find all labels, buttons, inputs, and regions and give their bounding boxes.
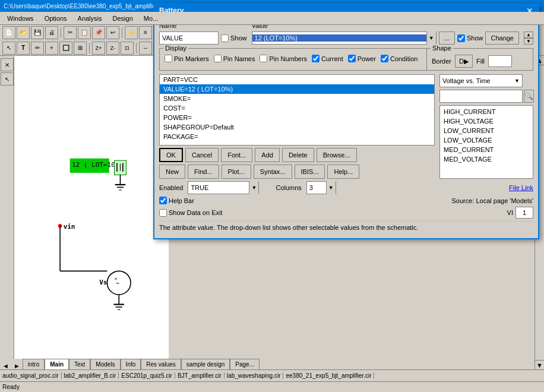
- component-btn[interactable]: 🔲: [59, 42, 72, 55]
- vtb-close[interactable]: ✕: [1, 58, 14, 71]
- columns-combo-arrow[interactable]: ▼: [326, 181, 336, 194]
- select-btn[interactable]: ↖: [2, 42, 15, 55]
- zoom-out-btn[interactable]: Z-: [106, 42, 119, 55]
- tab-res-values[interactable]: Res values: [141, 359, 181, 369]
- menu-options[interactable]: Options: [40, 14, 72, 23]
- cut-btn[interactable]: ✂: [64, 26, 77, 39]
- attr-item[interactable]: SMOKE=: [160, 94, 434, 103]
- magnifier-btn[interactable]: 🔍: [524, 90, 534, 103]
- tab-models[interactable]: Models: [90, 359, 120, 369]
- file-tab-waveshaping[interactable]: lab_waveshaping.cir: [224, 372, 284, 379]
- file-tab-bjt[interactable]: BJT_amplifier.cir: [175, 372, 224, 379]
- tab-arrow-right[interactable]: ►: [11, 362, 23, 369]
- zoom-in-btn[interactable]: Z+: [92, 42, 105, 55]
- font-btn[interactable]: Font...: [221, 148, 252, 162]
- delete-btn[interactable]: Delete: [282, 148, 314, 162]
- right-list-item[interactable]: HIGH_VOLTAGE: [441, 116, 532, 126]
- tab-arrow-left[interactable]: ◄: [0, 362, 11, 369]
- condition-check[interactable]: Condition: [381, 55, 418, 62]
- attr-item[interactable]: PACKAGE=: [160, 132, 434, 141]
- menu-analysis[interactable]: Analysis: [73, 14, 107, 23]
- help-bar-check[interactable]: Help Bar: [159, 197, 194, 204]
- vi-input[interactable]: [515, 207, 533, 219]
- attr-item[interactable]: SHAPEGROUP=Default: [160, 122, 434, 132]
- new-btn[interactable]: New: [159, 165, 185, 179]
- right-list-item[interactable]: LOW_CURRENT: [441, 126, 532, 135]
- ok-btn[interactable]: OK: [159, 148, 183, 162]
- cancel-btn[interactable]: Cancel: [185, 148, 219, 162]
- right-list-item[interactable]: LOW_VOLTAGE: [441, 135, 532, 145]
- tab-page[interactable]: Page...: [230, 359, 260, 369]
- pin-names-cb[interactable]: [214, 55, 222, 62]
- change-btn[interactable]: Change: [485, 31, 519, 45]
- enabled-combo-arrow[interactable]: ▼: [249, 181, 258, 194]
- file-tab-esc201[interactable]: ESC201p_quiz5.cir: [119, 372, 175, 379]
- file-tab-lab2[interactable]: lab2_amplifier_B.cir: [62, 372, 119, 379]
- find-btn[interactable]: Find...: [188, 165, 219, 179]
- fill-color-box[interactable]: [488, 55, 512, 67]
- file-tab-audio[interactable]: audio_signal_proc.cir: [0, 372, 62, 379]
- attr-item[interactable]: VALUE=12 ( LOT=10%): [160, 84, 434, 94]
- value-combo-arrow[interactable]: ▼: [426, 31, 436, 45]
- pin-numbers-cb[interactable]: [260, 55, 267, 62]
- show-name-checkbox[interactable]: [221, 34, 229, 42]
- vt-combo[interactable]: Voltage vs. Time ▼: [439, 74, 523, 87]
- condition-cb[interactable]: [381, 55, 388, 62]
- current-cb[interactable]: [312, 55, 320, 62]
- copy-btn[interactable]: 📋: [78, 26, 91, 39]
- search-input[interactable]: [439, 90, 523, 103]
- right-list-item[interactable]: MED_CURRENT: [441, 145, 532, 154]
- show-data-cb[interactable]: [159, 209, 167, 217]
- current-check[interactable]: Current: [312, 55, 343, 62]
- file-link[interactable]: File Link: [509, 184, 533, 191]
- pin-names-check[interactable]: Pin Names: [214, 55, 255, 62]
- attr-item[interactable]: PART=VCC: [160, 75, 434, 84]
- show-data-check[interactable]: Show Data on Exit: [159, 209, 223, 217]
- vtb-select[interactable]: ↖: [1, 72, 14, 86]
- help-btn[interactable]: Help...: [327, 165, 359, 179]
- print-btn[interactable]: 🖨: [45, 26, 58, 39]
- tab-main[interactable]: Main: [45, 359, 69, 369]
- ibis-btn[interactable]: IBIS...: [295, 165, 325, 179]
- undo-btn[interactable]: ↩: [106, 26, 119, 39]
- menu-windows[interactable]: Windows: [2, 14, 39, 23]
- attr-item[interactable]: COST=: [160, 103, 434, 113]
- power-check[interactable]: Power: [348, 55, 376, 62]
- attr-item[interactable]: POWER=: [160, 113, 434, 122]
- show-value-checkbox[interactable]: [457, 34, 465, 42]
- columns-combo[interactable]: 3 ▼: [306, 181, 336, 194]
- new-btn[interactable]: 📄: [2, 26, 15, 39]
- file-tab-ee380[interactable]: ee380_21_exp5_bjt_amplifier.cir: [283, 372, 374, 379]
- name-input[interactable]: [159, 31, 219, 45]
- menu-design[interactable]: Design: [108, 14, 138, 23]
- tab-sample-design[interactable]: sample design: [181, 359, 230, 369]
- enabled-combo[interactable]: TRUE ▼: [188, 181, 259, 194]
- d-btn[interactable]: D▶: [455, 55, 473, 68]
- mirror-btn[interactable]: ↔: [139, 42, 152, 55]
- wire-btn[interactable]: ⚡: [125, 26, 138, 39]
- tab-intro[interactable]: intro: [23, 359, 45, 369]
- dots-btn[interactable]: ...: [439, 31, 455, 45]
- menu-more[interactable]: Mo...: [139, 14, 163, 23]
- save-btn[interactable]: 💾: [31, 26, 44, 39]
- tab-text[interactable]: Text: [69, 359, 90, 369]
- syntax-btn[interactable]: Syntax...: [254, 165, 292, 179]
- paste-btn[interactable]: 📌: [92, 26, 105, 39]
- bus-btn[interactable]: ≡: [139, 26, 152, 39]
- draw-btn[interactable]: ✏: [31, 42, 44, 55]
- up-arrow-btn[interactable]: ▲: [524, 31, 533, 38]
- help-bar-cb[interactable]: [159, 197, 167, 204]
- add-btn[interactable]: Add: [255, 148, 280, 162]
- pin-btn[interactable]: ⊞: [74, 42, 87, 55]
- place-btn[interactable]: +: [45, 42, 58, 55]
- pin-markers-check[interactable]: Pin Markers: [165, 55, 209, 62]
- power-cb[interactable]: [348, 55, 356, 62]
- browse-btn[interactable]: Browse...: [317, 148, 357, 162]
- open-btn[interactable]: 📂: [17, 26, 30, 39]
- right-list-item[interactable]: HIGH_CURRENT: [441, 107, 532, 116]
- zoom-fit-btn[interactable]: ⊡: [121, 42, 134, 55]
- show-name-check[interactable]: Show: [221, 34, 247, 42]
- pin-markers-cb[interactable]: [165, 55, 172, 62]
- scroll-down-btn[interactable]: ▼: [535, 360, 544, 369]
- pin-numbers-check[interactable]: Pin Numbers: [260, 55, 307, 62]
